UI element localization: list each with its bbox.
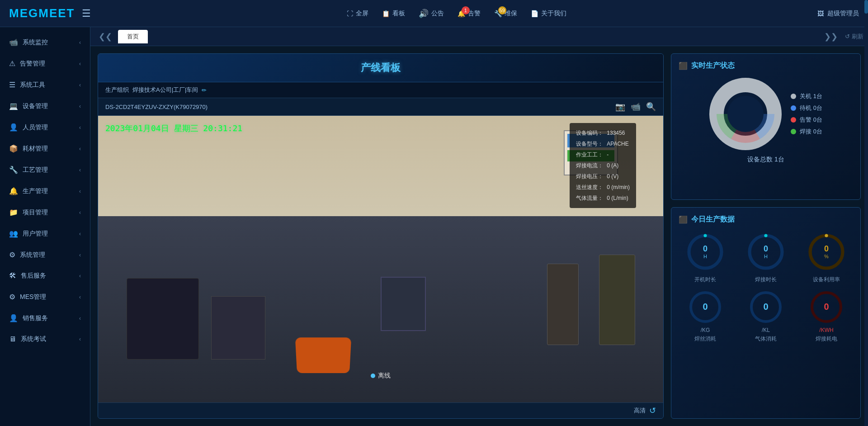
chevron-icon: ‹: [79, 82, 81, 88]
tab-next-btn[interactable]: ❯❯: [821, 32, 841, 42]
chevron-icon: ‹: [79, 124, 81, 131]
standby-dot: [791, 105, 796, 111]
refresh-icon: ↺: [845, 33, 850, 40]
camera-timestamp: 2023年01月04日 星期三 20:31:21: [105, 123, 242, 134]
pie-chart: [709, 78, 782, 150]
refresh-button[interactable]: ↺ 刷新: [845, 33, 863, 41]
fullscreen-icon: ⛶: [347, 10, 353, 17]
main-content: ❮❮ 首页 ❯❯ ↺ 刷新 产线看板 生产组织: [90, 27, 868, 426]
system-monitor-icon: 📹: [9, 38, 18, 47]
weld-label: 焊接时长: [755, 276, 777, 284]
sidebar-item-sales-service[interactable]: 👤 销售服务 ‹: [0, 308, 90, 329]
org-label: 生产组织: [105, 86, 129, 94]
kanban-btn[interactable]: 📋 看板: [382, 9, 405, 18]
main-layout: 📹 系统监控 ‹ ⚠ 告警管理 ‹ ☰ 系统工具 ‹ 💻 设备管理 ‹: [0, 27, 868, 426]
camera-view: 2023年01月04日 星期三 20:31:21 设备编码：133456 设备型…: [98, 116, 663, 402]
logo: MEGMEET: [9, 6, 75, 20]
production-org-bar: 生产组织 焊接技术A公司|工厂|车间 ✏: [98, 82, 663, 98]
camera-header: DS-2CD2T4EYZUV-ZXZY(K79072970) 📷 📹 🔍: [98, 98, 663, 116]
top-bar: MEGMEET ☰ ⛶ 全屏 📋 看板 🔊 公告 🔔1 告警 🔧59 维保: [0, 0, 868, 27]
camera-panel: 产线看板 生产组织 焊接技术A公司|工厂|车间 ✏ DS-2CD2T4EYZUV…: [98, 53, 664, 419]
wire-consumption-unit: /KG: [701, 327, 710, 333]
svg-point-10: [751, 293, 780, 322]
svg-point-8: [691, 293, 720, 322]
announcement-btn[interactable]: 🔊 公告: [419, 9, 444, 19]
alert-mgmt-icon: ⚠: [9, 59, 15, 68]
sidebar-item-personnel-mgmt[interactable]: 👤 人员管理 ‹: [0, 117, 90, 138]
sidebar-item-mes-mgmt[interactable]: ⚙ MES管理 ‹: [0, 286, 90, 308]
legend-item-off: 关机 1台: [791, 92, 822, 100]
sales-service-icon: 👤: [9, 314, 18, 322]
user-mgmt-icon: 👥: [9, 229, 18, 238]
device-mgmt-icon: 💻: [9, 102, 18, 110]
chevron-icon: ‹: [79, 231, 81, 237]
chevron-icon: ‹: [79, 336, 81, 342]
maintenance-badge: 59: [498, 6, 506, 14]
sidebar-item-after-sales[interactable]: 🛠 售后服务 ‹: [0, 265, 90, 286]
camera-refresh-btn[interactable]: ↺: [649, 406, 656, 416]
process-mgmt-icon: 🔧: [9, 166, 18, 174]
hd-label: 高清: [634, 407, 646, 415]
tab-prev-btn[interactable]: ❮❮: [95, 32, 116, 42]
panel-title: 产线看板: [98, 54, 663, 82]
chevron-icon: ‹: [79, 294, 81, 300]
wire-consumption-label: 焊丝消耗: [694, 335, 716, 343]
chevron-icon: ‹: [79, 209, 81, 216]
camera-footer: 高清 ↺: [98, 402, 663, 418]
dashboard: 产线看板 生产组织 焊接技术A公司|工厂|车间 ✏ DS-2CD2T4EYZUV…: [90, 46, 868, 426]
svg-point-1: [727, 96, 764, 132]
camera-controls: 📷 📹 🔍: [615, 102, 656, 112]
sidebar-item-alert-mgmt[interactable]: ⚠ 告警管理 ‹: [0, 53, 90, 74]
today-production-card: ⬛ 今日生产数据 0: [671, 207, 861, 419]
tab-bar: ❮❮ 首页 ❯❯ ↺ 刷新: [90, 27, 868, 46]
chevron-icon: ‹: [79, 252, 81, 258]
camera-id: DS-2CD2T4EYZUV-ZXZY(K79072970): [105, 104, 208, 110]
sidebar-item-production-mgmt[interactable]: 🔔 生产管理 ‹: [0, 180, 90, 202]
sidebar-item-device-mgmt[interactable]: 💻 设备管理 ‹: [0, 95, 90, 117]
sidebar-item-system-config[interactable]: ⚙ 系统管理 ‹: [0, 244, 90, 265]
about-icon: 📄: [531, 10, 538, 17]
sidebar-item-system-tools[interactable]: ☰ 系统工具 ‹: [0, 74, 90, 95]
fullscreen-btn[interactable]: ⛶ 全屏: [347, 9, 368, 18]
power-consumption-gauge: 0 /KWH 焊接耗电: [800, 289, 853, 343]
legend-item-standby: 待机 0台: [791, 104, 822, 112]
chevron-icon: ‹: [79, 39, 81, 46]
scroll-indicator: [864, 0, 868, 426]
offline-dot: [371, 374, 375, 378]
photo-ctrl-btn[interactable]: 📷: [615, 102, 625, 112]
about-btn[interactable]: 📄 关于我们: [531, 9, 566, 18]
personnel-mgmt-icon: 👤: [9, 123, 18, 132]
realtime-icon: ⬛: [679, 62, 688, 70]
edit-icon[interactable]: ✏: [202, 87, 207, 94]
alert-badge: 1: [462, 6, 470, 14]
alert-dot: [791, 117, 796, 123]
hamburger-menu[interactable]: ☰: [82, 8, 91, 19]
gas-consumption-gauge: 0 /KL 气体消耗: [739, 289, 793, 343]
video-ctrl-btn[interactable]: 📹: [631, 102, 641, 112]
project-mgmt-icon: 📁: [9, 208, 18, 217]
tab-home[interactable]: 首页: [118, 30, 148, 43]
chevron-icon: ‹: [79, 61, 81, 67]
maintenance-btn[interactable]: 🔧59 维保: [494, 9, 517, 18]
gauge-utilization-circle: 0 %: [806, 232, 847, 272]
weld-value: 0: [764, 244, 768, 254]
startup-label: 开机时长: [694, 276, 716, 284]
sidebar-item-project-mgmt[interactable]: 📁 项目管理 ‹: [0, 202, 90, 223]
sidebar-item-system-exam[interactable]: 🖥 系统考试 ‹: [0, 329, 90, 350]
system-tools-icon: ☰: [9, 80, 15, 89]
today-icon: ⬛: [679, 215, 688, 224]
system-config-icon: ⚙: [9, 251, 15, 259]
chevron-icon: ‹: [79, 188, 81, 194]
sidebar-item-system-monitor[interactable]: 📹 系统监控 ‹: [0, 32, 90, 53]
sidebar-item-user-mgmt[interactable]: 👥 用户管理 ‹: [0, 223, 90, 244]
sidebar-item-process-mgmt[interactable]: 🔧 工艺管理 ‹: [0, 159, 90, 180]
sidebar-item-consumables-mgmt[interactable]: 📦 耗材管理 ‹: [0, 138, 90, 159]
wire-consumption-gauge: 0 /KG 焊丝消耗: [679, 289, 732, 343]
alert-btn[interactable]: 🔔1 告警: [458, 9, 481, 18]
after-sales-icon: 🛠: [9, 272, 16, 280]
bottom-gauges: 0 /KG 焊丝消耗 0: [679, 289, 853, 343]
zoom-ctrl-btn[interactable]: 🔍: [646, 102, 656, 112]
legend-item-alert: 告警 0台: [791, 116, 822, 124]
camera-scene: 2023年01月04日 星期三 20:31:21 设备编码：133456 设备型…: [98, 116, 663, 402]
gauge-weld: 0 H 焊接时长: [739, 232, 793, 284]
